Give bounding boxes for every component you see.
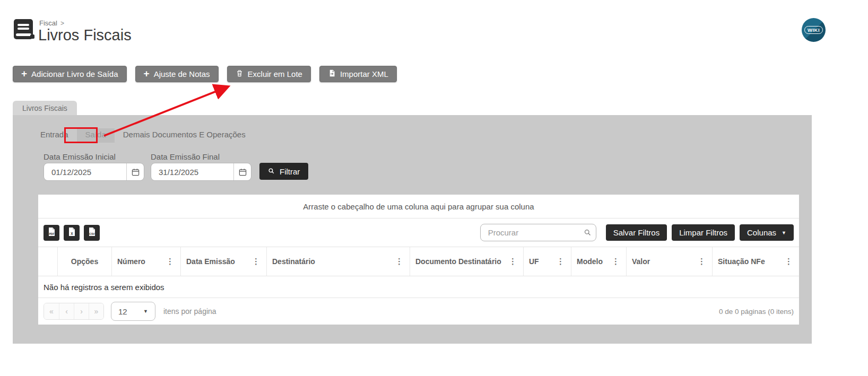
calendar-icon[interactable] <box>233 163 251 180</box>
filtrar-button[interactable]: Filtrar <box>259 163 308 180</box>
importar-xml-label: Importar XML <box>340 69 388 78</box>
column-select <box>38 247 57 276</box>
colunas-dropdown-button[interactable]: Colunas ▼ <box>740 224 794 241</box>
column-label: UF <box>529 257 539 266</box>
search-icon[interactable] <box>580 224 596 241</box>
excel-file-icon: X <box>67 227 76 238</box>
ajuste-de-notas-button[interactable]: + Ajuste de Notas <box>135 66 219 82</box>
livros-fiscais-page: Fiscal> Livros Fiscais WIKI + Adicionar … <box>0 0 868 376</box>
grid-header-row: Opções Número ⋮ Data Emissão ⋮ Destinatá… <box>38 247 799 276</box>
chevron-down-icon: ▼ <box>782 230 786 235</box>
column-label: Situação NFe <box>718 257 765 266</box>
column-menu-icon[interactable]: ⋮ <box>697 257 707 266</box>
plus-icon: + <box>144 68 150 78</box>
column-label: Data Emissão <box>186 257 235 266</box>
plus-icon: + <box>21 68 27 78</box>
column-menu-icon[interactable]: ⋮ <box>784 257 794 266</box>
book-icon <box>13 19 36 43</box>
column-menu-icon[interactable]: ⋮ <box>555 257 566 266</box>
page-size-dropdown[interactable]: 12 ▼ <box>111 302 155 321</box>
pager-summary: 0 de 0 páginas (0 itens) <box>719 308 794 316</box>
tab-demais-documentos[interactable]: Demais Documentos E Operações <box>115 128 254 143</box>
file-import-icon <box>328 69 336 79</box>
next-page-button[interactable]: › <box>74 303 89 319</box>
column-numero[interactable]: Número ⋮ <box>111 247 180 276</box>
group-by-dropzone[interactable]: Arraste o cabeçalho de uma coluna aqui p… <box>38 195 799 218</box>
data-emissao-inicial-label: Data Emissão Inicial <box>44 152 116 161</box>
tab-livros-fiscais[interactable]: Livros Fiscais <box>13 101 77 115</box>
add-livro-saida-button[interactable]: + Adicionar Livro de Saída <box>13 66 127 82</box>
grid-toolbar: PDF X CSV <box>38 218 799 247</box>
search-input[interactable] <box>481 228 580 237</box>
tab-entrada-label: Entrada <box>40 130 68 139</box>
calendar-icon[interactable] <box>126 163 144 180</box>
column-documento-destinatario[interactable]: Documento Destinatário ⋮ <box>410 247 523 276</box>
column-menu-icon[interactable]: ⋮ <box>394 257 404 266</box>
column-data-emissao[interactable]: Data Emissão ⋮ <box>180 247 266 276</box>
column-opcoes[interactable]: Opções <box>57 247 111 276</box>
column-situacao-nfe[interactable]: Situação NFe ⋮ <box>712 247 799 276</box>
last-page-button[interactable]: » <box>89 303 103 319</box>
column-menu-icon[interactable]: ⋮ <box>611 257 621 266</box>
chevron-down-icon: ▼ <box>143 309 148 314</box>
column-menu-icon[interactable]: ⋮ <box>508 257 518 266</box>
column-menu-icon[interactable]: ⋮ <box>251 257 261 266</box>
breadcrumb[interactable]: Fiscal> <box>39 19 64 27</box>
breadcrumb-chevron-icon: > <box>60 20 64 27</box>
pager-nav: « ‹ › » <box>44 303 104 320</box>
export-csv-button[interactable]: CSV <box>84 225 100 241</box>
trash-icon <box>236 69 244 79</box>
wiki-badge[interactable]: WIKI <box>802 18 826 42</box>
export-buttons: PDF X CSV <box>44 225 100 241</box>
grid-card: Arraste o cabeçalho de uma coluna aqui p… <box>38 195 799 325</box>
column-modelo[interactable]: Modelo ⋮ <box>571 247 626 276</box>
data-emissao-final-input[interactable] <box>151 168 233 177</box>
ajuste-de-notas-label: Ajuste de Notas <box>154 69 210 78</box>
excluir-em-lote-label: Excluir em Lote <box>248 69 302 78</box>
salvar-filtros-label: Salvar Filtros <box>613 228 660 237</box>
data-emissao-inicial-input[interactable] <box>44 168 126 177</box>
excluir-em-lote-button[interactable]: Excluir em Lote <box>227 66 311 82</box>
group-by-hint: Arraste o cabeçalho de uma coluna aqui p… <box>303 202 534 211</box>
salvar-filtros-button[interactable]: Salvar Filtros <box>606 224 667 241</box>
data-emissao-inicial-field <box>44 163 144 181</box>
page-size-value: 12 <box>118 307 127 316</box>
column-uf[interactable]: UF ⋮ <box>523 247 571 276</box>
column-valor[interactable]: Valor ⋮ <box>626 247 712 276</box>
tab-demais-documentos-label: Demais Documentos E Operações <box>123 130 246 139</box>
search-icon <box>268 167 275 176</box>
svg-text:CSV: CSV <box>89 232 95 235</box>
tab-saida[interactable]: Saída <box>77 128 115 143</box>
first-page-button[interactable]: « <box>44 303 59 319</box>
column-label: Destinatário <box>272 257 315 266</box>
csv-file-icon: CSV <box>88 227 96 238</box>
data-emissao-final-label: Data Emissão Final <box>151 152 220 161</box>
limpar-filtros-label: Limpar Filtros <box>679 228 727 237</box>
empty-state-message: Não há registros a serem exibidos <box>38 276 799 298</box>
pdf-file-icon: PDF <box>47 227 56 238</box>
breadcrumb-fiscal[interactable]: Fiscal <box>39 19 57 27</box>
svg-text:X: X <box>71 232 73 235</box>
export-pdf-button[interactable]: PDF <box>44 225 59 241</box>
data-emissao-final-field <box>151 163 251 181</box>
wiki-label: WIKI <box>804 26 823 34</box>
next-page-icon: › <box>80 307 83 316</box>
importar-xml-button[interactable]: Importar XML <box>319 66 397 82</box>
first-page-icon: « <box>49 307 54 316</box>
prev-page-button[interactable]: ‹ <box>59 303 74 319</box>
tab-entrada[interactable]: Entrada <box>32 128 77 143</box>
colunas-label: Colunas <box>747 228 776 237</box>
column-label: Número <box>117 257 145 266</box>
column-destinatario[interactable]: Destinatário ⋮ <box>266 247 410 276</box>
column-menu-icon[interactable]: ⋮ <box>165 257 175 266</box>
search-field <box>480 224 596 241</box>
export-excel-button[interactable]: X <box>64 225 80 241</box>
column-label: Opções <box>71 257 98 266</box>
column-label: Valor <box>632 257 650 266</box>
last-page-icon: » <box>94 307 99 316</box>
page-title: Livros Fiscais <box>38 27 132 44</box>
column-label: Modelo <box>577 257 603 266</box>
limpar-filtros-button[interactable]: Limpar Filtros <box>672 224 735 241</box>
sub-tabs: Entrada Saída Demais Documentos E Operaç… <box>32 128 254 143</box>
tab-livros-fiscais-label: Livros Fiscais <box>22 104 67 112</box>
